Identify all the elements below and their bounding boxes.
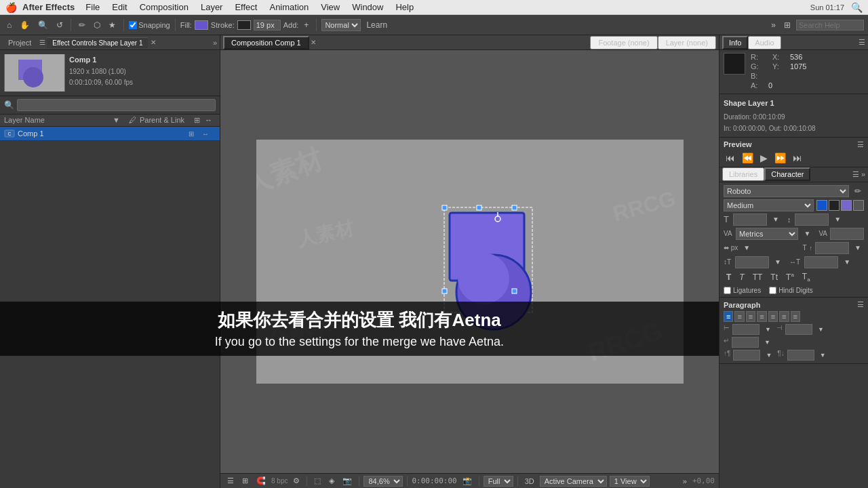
justify-all-btn[interactable]: ≡ bbox=[791, 311, 800, 322]
baseline-arrow[interactable]: ▼ bbox=[852, 243, 864, 253]
comp-tab-close[interactable]: ✕ bbox=[311, 39, 316, 46]
menu-layer[interactable]: Layer bbox=[195, 1, 229, 14]
right-indent-input[interactable]: 0 px bbox=[785, 324, 812, 335]
comp-grid-btn[interactable]: ⊞ bbox=[239, 476, 251, 486]
baseline-input[interactable]: 0 px bbox=[815, 242, 849, 254]
para-menu-icon[interactable]: ☰ bbox=[857, 300, 864, 309]
stroke-size-input[interactable] bbox=[254, 20, 281, 30]
menu-edit[interactable]: Edit bbox=[106, 1, 132, 14]
effect-panel-tab-icon[interactable]: ✕ bbox=[151, 39, 156, 46]
project-item-comp1[interactable]: C Comp 1 ⊞ ↔ bbox=[0, 127, 220, 141]
hindi-digits-check[interactable]: Hindi Digits bbox=[769, 287, 813, 294]
star-btn[interactable]: ★ bbox=[106, 19, 119, 31]
play-btn[interactable]: ▶ bbox=[758, 152, 770, 164]
hand-btn[interactable]: ✋ bbox=[17, 19, 33, 31]
project-search-input[interactable] bbox=[17, 99, 216, 111]
add-shape-btn[interactable]: + bbox=[301, 19, 311, 31]
project-item-link[interactable]: ↔ bbox=[202, 130, 216, 138]
justify-last-center-btn[interactable]: ≡ bbox=[768, 311, 778, 322]
font-style-select[interactable]: Medium bbox=[724, 199, 814, 211]
search-help-input[interactable] bbox=[796, 20, 864, 30]
panel-tab-icon[interactable]: ☰ bbox=[39, 39, 45, 46]
camera-select[interactable]: Active Camera bbox=[540, 476, 607, 487]
tab-comp1[interactable]: Composition Comp 1 bbox=[223, 36, 309, 49]
magnification-select[interactable]: 84,6% bbox=[363, 476, 403, 487]
tab-info[interactable]: Info bbox=[722, 36, 748, 49]
search-menu-icon[interactable]: 🔍 bbox=[851, 2, 863, 13]
color-box-3[interactable] bbox=[841, 200, 852, 211]
leading-input[interactable]: 61 px bbox=[795, 214, 829, 226]
menu-window[interactable]: Window bbox=[347, 1, 389, 14]
panel-menu-icon[interactable]: » bbox=[213, 39, 217, 47]
justify-last-left-btn[interactable]: ≡ bbox=[757, 311, 766, 322]
font-size-unit-btn[interactable]: ▼ bbox=[770, 214, 782, 224]
comp-menu-btn[interactable]: » bbox=[680, 476, 690, 486]
menu-animation[interactable]: Animation bbox=[264, 1, 314, 14]
apple-logo-icon[interactable]: 🍎 bbox=[5, 2, 17, 13]
ligatures-check[interactable]: Ligatures bbox=[724, 287, 761, 294]
right-indent-arrow[interactable]: ▼ bbox=[815, 324, 827, 335]
left-indent-input[interactable]: 0 px bbox=[732, 324, 760, 335]
align-right-btn[interactable]: ≡ bbox=[746, 311, 755, 322]
color-box-2[interactable] bbox=[829, 200, 840, 211]
tab-project[interactable]: Project bbox=[3, 37, 37, 48]
quality-select[interactable]: Full bbox=[484, 476, 513, 487]
workspace-btn[interactable]: ⊞ bbox=[781, 19, 793, 31]
extend-toolbar-btn[interactable]: » bbox=[768, 19, 778, 31]
horiz-scale-arrow[interactable]: ▼ bbox=[841, 257, 853, 267]
prev-frame-btn[interactable]: ⏪ bbox=[740, 152, 755, 164]
capture-btn[interactable]: 📸 bbox=[460, 476, 475, 486]
comp-settings-btn[interactable]: ⚙ bbox=[290, 476, 302, 486]
goto-end-btn[interactable]: ⏭ bbox=[791, 152, 804, 164]
superscript-btn[interactable]: Ta bbox=[783, 270, 797, 284]
horiz-scale-input[interactable]: 0 % bbox=[804, 256, 838, 268]
next-frame-btn[interactable]: ⏩ bbox=[772, 152, 788, 164]
camera-btn[interactable]: 📷 bbox=[340, 476, 355, 486]
menu-view[interactable]: View bbox=[315, 1, 345, 14]
vert-scale-arrow[interactable]: ▼ bbox=[772, 257, 784, 267]
zoom-btn[interactable]: 🔍 bbox=[35, 19, 51, 31]
snapping-check[interactable]: Snapping bbox=[129, 21, 170, 29]
space-after-arrow[interactable]: ▼ bbox=[817, 350, 829, 361]
tab-layer[interactable]: Layer (none) bbox=[658, 36, 716, 49]
small-caps-btn[interactable]: Tt bbox=[768, 270, 781, 284]
rotate-btn[interactable]: ↺ bbox=[54, 19, 66, 31]
preview-menu-icon[interactable]: ☰ bbox=[857, 140, 864, 149]
shape-btn[interactable]: ⬡ bbox=[91, 19, 103, 31]
info-panel-menu-icon[interactable]: ☰ bbox=[859, 38, 865, 47]
tracking-select-arrow[interactable]: ▼ bbox=[801, 228, 813, 239]
goto-start-btn[interactable]: ⏮ bbox=[724, 152, 737, 164]
mask-btn[interactable]: ◈ bbox=[326, 476, 337, 486]
font-edit-btn[interactable]: ✏ bbox=[852, 185, 864, 197]
tracking-select[interactable]: Metrics bbox=[736, 228, 798, 240]
space-before-input[interactable]: 0 px bbox=[733, 350, 760, 361]
align-center-btn[interactable]: ≡ bbox=[734, 311, 744, 322]
comp-options-btn[interactable]: ☰ bbox=[224, 476, 237, 486]
tab-character[interactable]: Character bbox=[764, 167, 810, 181]
pen-btn[interactable]: ✏ bbox=[76, 19, 88, 31]
tab-effect-controls[interactable]: Effect Controls Shape Layer 1 bbox=[47, 37, 148, 48]
menu-help[interactable]: Help bbox=[390, 1, 419, 14]
menu-composition[interactable]: Composition bbox=[134, 1, 194, 14]
tracking-value-input[interactable]: 0 bbox=[830, 228, 864, 240]
tab-audio[interactable]: Audio bbox=[748, 36, 781, 49]
subscript-btn[interactable]: Ta bbox=[800, 270, 813, 284]
menu-file[interactable]: File bbox=[80, 1, 105, 14]
color-box-4[interactable] bbox=[853, 200, 864, 211]
3d-btn[interactable]: 3D bbox=[522, 476, 537, 486]
justify-last-right-btn[interactable]: ≡ bbox=[779, 311, 789, 322]
region-of-interest-btn[interactable]: ⬚ bbox=[311, 476, 323, 486]
view-select[interactable]: 1 View bbox=[610, 476, 650, 487]
first-indent-input[interactable]: 0 px bbox=[732, 337, 759, 348]
preset-select[interactable]: Normal bbox=[321, 19, 361, 31]
comp-snap-btn[interactable]: 🧲 bbox=[254, 476, 269, 486]
tab-footage[interactable]: Footage (none) bbox=[590, 36, 657, 49]
stroke-color-btn[interactable] bbox=[237, 20, 251, 30]
char-panel-expand-icon[interactable]: » bbox=[861, 170, 865, 178]
font-size-input[interactable]: 44 px bbox=[733, 214, 767, 226]
leading-unit-btn[interactable]: ▼ bbox=[831, 214, 844, 224]
left-indent-arrow[interactable]: ▼ bbox=[762, 324, 774, 335]
bold-btn[interactable]: T bbox=[724, 270, 734, 284]
project-item-options[interactable]: ⊞ bbox=[189, 130, 202, 138]
char-panel-menu-icon[interactable]: ☰ bbox=[852, 170, 859, 179]
